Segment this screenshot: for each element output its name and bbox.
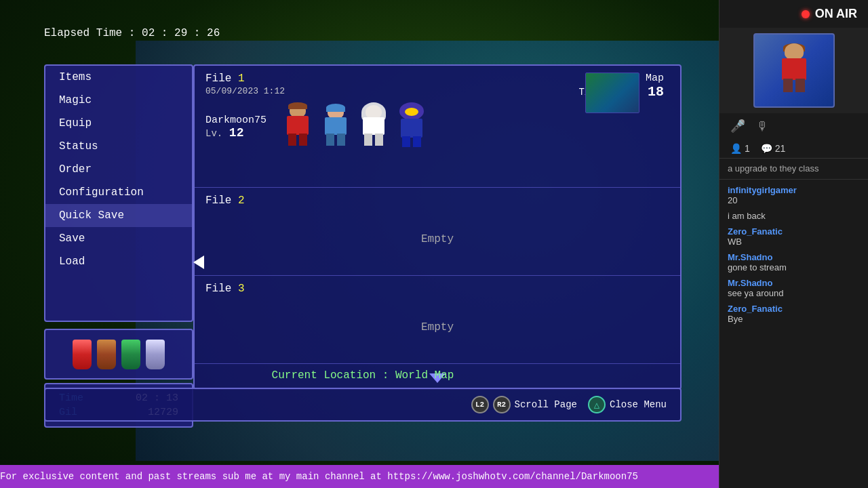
viewer-bar: 👤 1 💬 21 (719, 139, 868, 159)
file-2-number: 2 (238, 195, 245, 207)
chat-msg-3: Mr.Shadno gone to stream (728, 252, 860, 272)
on-air-bar: ON AIR (719, 0, 868, 28)
chat-msg-1: i am back (728, 211, 860, 221)
stream-controls: 🎤 🎙 (719, 113, 868, 139)
comment-icon: 💬 (761, 143, 772, 154)
level-label: Lv. (205, 128, 222, 139)
chat-text-1: i am back (728, 211, 860, 221)
save-file-2[interactable]: File 2 Empty (195, 188, 680, 276)
menu-item-status[interactable]: Status (45, 135, 192, 158)
crystal-green (121, 340, 140, 369)
avatar-frame (753, 33, 835, 108)
menu-item-equip[interactable]: Equip (45, 112, 192, 135)
close-label: Close Menu (610, 399, 667, 410)
crystal-white (146, 340, 165, 369)
chat-msg-5: Zero_Fanatic Bye (728, 304, 860, 324)
file-3-label: File (205, 283, 238, 295)
chat-username-3: Mr.Shadno (728, 252, 860, 262)
viewer-icon: 👤 (730, 143, 742, 154)
mic-icon[interactable]: 🎙 (756, 119, 768, 134)
viewer-count: 👤 1 (730, 143, 750, 154)
elapsed-time: Elapsed Time : 02 : 29 : 26 (44, 27, 220, 39)
comment-count: 💬 21 (761, 143, 786, 154)
file-1-label: File (205, 73, 238, 85)
avatar-legs-left (783, 79, 793, 92)
sprite-white-mage (357, 102, 390, 151)
menu-item-configuration[interactable]: Configuration (45, 181, 192, 204)
sprite-black-mage (395, 102, 428, 151)
game-ui: Items Magic Equip Status Order Configura… (44, 64, 682, 390)
menu-cursor (193, 256, 204, 269)
character-sprites (281, 102, 428, 151)
chat-username-2: Zero_Fanatic (728, 226, 860, 237)
chat-username-0: infinitygirlgamer (728, 185, 860, 195)
chat-text-5: Bye (728, 314, 860, 324)
chat-username-5: Zero_Fanatic (728, 304, 860, 314)
sprite-warrior (281, 102, 314, 151)
scroll-page-control: L2 R2 Scroll Page (471, 396, 577, 413)
sprite-mage (319, 102, 352, 151)
menu-item-save[interactable]: Save (45, 227, 192, 250)
chat-msg-2: Zero_Fanatic WB (728, 226, 860, 247)
save-file-3[interactable]: File 3 Empty (195, 276, 680, 364)
level-value: 12 (229, 126, 244, 140)
menu-item-load[interactable]: Load (45, 250, 192, 273)
file-2-label: File (205, 195, 238, 207)
partial-message-area: a upgrade to they class (719, 159, 868, 180)
map-thumbnail (585, 73, 639, 113)
player-level-row: Lv. 12 (205, 126, 273, 140)
avatar-legs-right (795, 79, 805, 92)
chat-text-4: see ya around (728, 288, 860, 298)
save-file-1[interactable]: File 1 05/09/2023 1:12 World Map Time 01… (195, 66, 680, 188)
chat-text-0: 20 (728, 195, 860, 205)
chat-text-3: gone to stream (728, 262, 860, 272)
l2-badge: L2 (471, 396, 489, 413)
location-bar: Current Location : World Map (44, 369, 682, 382)
on-air-text: ON AIR (815, 7, 857, 21)
marquee-text: For exclusive content and past streams s… (0, 471, 638, 482)
scroll-label: Scroll Page (515, 399, 577, 410)
r2-badge: R2 (493, 396, 511, 413)
file-3-number: 3 (238, 283, 245, 295)
player-name: Darkmoon75 (205, 115, 273, 126)
menu-item-quick-save[interactable]: Quick Save (45, 204, 192, 227)
crystal-red (73, 340, 92, 369)
chat-msg-4: Mr.Shadno see ya around (728, 278, 860, 298)
menu-panel: Items Magic Equip Status Order Configura… (44, 64, 193, 322)
chat-text-2: WB (728, 237, 860, 247)
menu-item-items[interactable]: Items (45, 66, 192, 89)
on-air-dot (802, 10, 810, 18)
close-menu-control: △ Close Menu (588, 396, 667, 413)
marquee-bar: For exclusive content and past streams s… (0, 465, 719, 488)
file-2-empty: Empty (205, 212, 669, 266)
stream-panel: ON AIR 🎤 🎙 👤 1 💬 21 a upgrade t (719, 0, 868, 488)
file-1-date: 05/09/2023 1:12 (205, 86, 285, 96)
control-bar: L2 R2 Scroll Page △ Close Menu (44, 388, 682, 422)
save-panel: File 1 05/09/2023 1:12 World Map Time 01… (193, 64, 682, 390)
file-1-content: Darkmoon75 Lv. 12 (205, 102, 669, 151)
crystal-brown (97, 340, 116, 369)
viewer-number: 1 (745, 143, 750, 154)
menu-item-order[interactable]: Order (45, 158, 192, 181)
comment-number: 21 (775, 143, 786, 154)
avatar-body (782, 58, 806, 80)
partial-message-text: a upgrade to they class (728, 163, 818, 174)
triangle-badge: △ (588, 396, 606, 413)
menu-item-magic[interactable]: Magic (45, 89, 192, 112)
chat-area: infinitygirlgamer 20 i am back Zero_Fana… (719, 180, 868, 488)
file-3-empty: Empty (205, 300, 669, 354)
mute-icon[interactable]: 🎤 (730, 119, 745, 134)
avatar-container (719, 28, 868, 113)
avatar-head (785, 43, 804, 60)
chat-username-4: Mr.Shadno (728, 278, 860, 288)
avatar-character (774, 43, 814, 98)
chat-msg-0: infinitygirlgamer 20 (728, 185, 860, 205)
file-1-number: 1 (238, 73, 245, 85)
